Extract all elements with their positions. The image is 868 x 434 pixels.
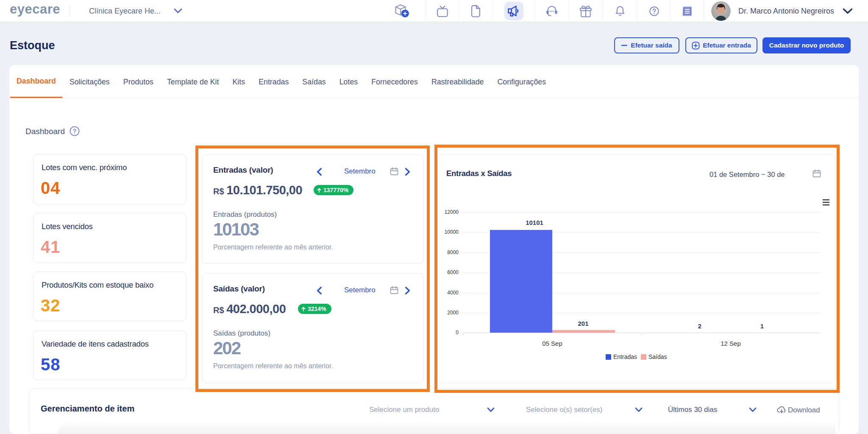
svg-text:?: ? bbox=[72, 128, 76, 134]
